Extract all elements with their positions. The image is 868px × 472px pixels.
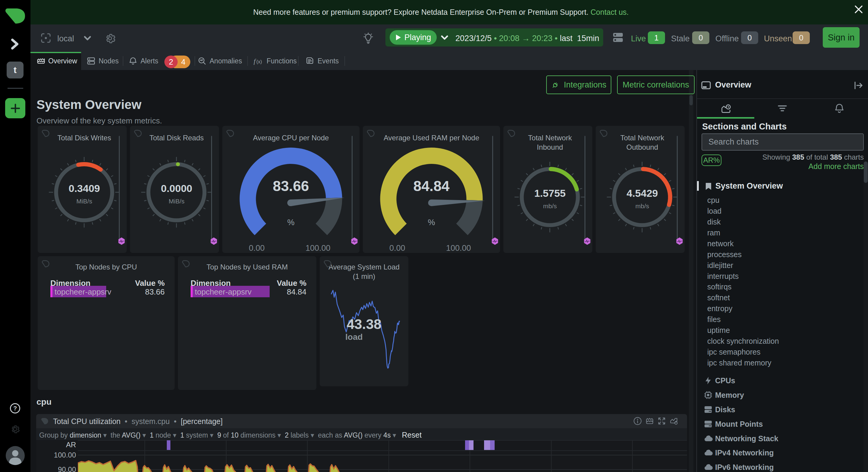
svg-text:(x): (x)	[256, 59, 262, 64]
svg-text:f: f	[254, 57, 256, 65]
svg-text:?: ?	[13, 405, 17, 412]
